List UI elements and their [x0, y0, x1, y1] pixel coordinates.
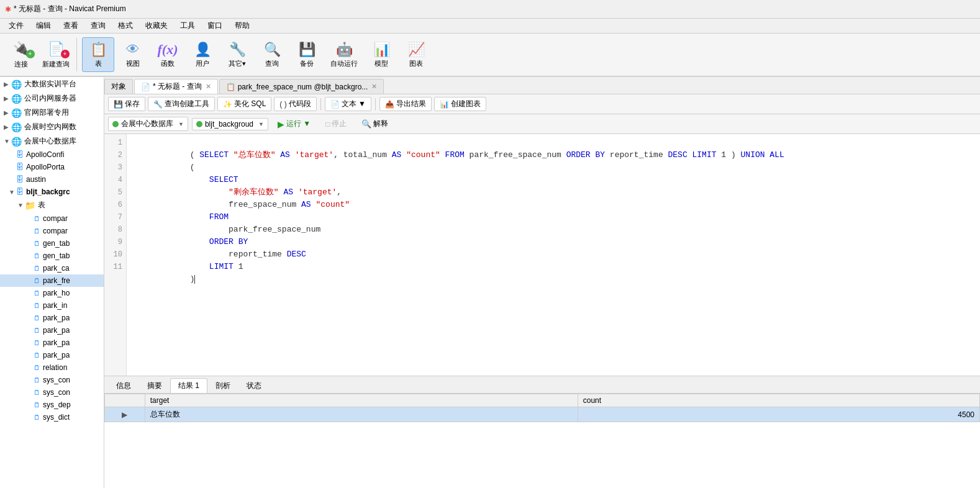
sidebar-item-table-folder[interactable]: ▼ 📁 表 [0, 198, 104, 212]
query-button[interactable]: 🔍 查询 [256, 37, 288, 72]
tab-close-button[interactable]: ✕ [206, 83, 211, 91]
sidebar-item-intranet[interactable]: ▶ 🌐 公司内网服务器 [0, 91, 104, 106]
result-tab-summary[interactable]: 摘要 [139, 378, 170, 393]
menu-item-帮助[interactable]: 帮助 [229, 19, 256, 32]
other-button[interactable]: 🔧 其它▾ [221, 37, 253, 72]
sidebar-item-apollo-portal[interactable]: 🗄 ApolloPorta [0, 161, 104, 173]
autorun-button[interactable]: 🤖 自动运行 [325, 37, 363, 72]
sidebar-item-bigdata[interactable]: ▶ 🌐 大数据实训平台 [0, 77, 104, 91]
db-status-dot [112, 121, 119, 127]
database2-select[interactable]: bljt_backgroud ▼ [192, 118, 268, 130]
view-button[interactable]: 👁 视图 [117, 37, 149, 72]
connect-button[interactable]: 🔌 + 连接 [5, 37, 37, 72]
run-button[interactable]: ▶ 运行 ▼ [272, 117, 316, 131]
sidebar-item-sys-con2[interactable]: 🗒 sys_con [0, 386, 104, 399]
create-chart-button[interactable]: 📊 创建图表 [434, 97, 486, 111]
tab-bar: 对象 📄 * 无标题 - 查询 ✕ 📋 park_free_space_num … [104, 77, 980, 94]
title-bar-text: * 无标题 - 查询 - Navicat Premium [14, 4, 126, 14]
sidebar-item-sys-con1[interactable]: 🗒 sys_con [0, 374, 104, 386]
count-column-header[interactable]: count [578, 394, 979, 407]
tab-object[interactable]: 对象 [104, 79, 133, 94]
snippet-icon: ( ) [279, 100, 286, 109]
sidebar-item-park-fre[interactable]: 🗒 park_fre [0, 274, 104, 287]
function-button[interactable]: f(x) 函数 [152, 37, 184, 72]
explain-button[interactable]: 🔍 解释 [356, 117, 394, 131]
chart-button[interactable]: 📈 图表 [400, 37, 432, 72]
target-column-header[interactable]: target [145, 394, 578, 407]
sidebar-item-gen-tab1[interactable]: 🗒 gen_tab [0, 237, 104, 250]
expand-arrow: ▼ [4, 138, 11, 145]
title-bar: ✱ * 无标题 - 查询 - Navicat Premium [0, 0, 980, 19]
sidebar-item-park-pa1[interactable]: 🗒 park_pa [0, 312, 104, 324]
result-tab-status[interactable]: 状态 [238, 378, 270, 393]
sql-line-4: "剩余车位数" AS 'target', [132, 174, 975, 186]
tab-query-untitled[interactable]: 📄 * 无标题 - 查询 ✕ [134, 79, 218, 94]
table-button[interactable]: 📋 表 [82, 37, 114, 72]
sidebar-item-austin[interactable]: 🗄 austin [0, 173, 104, 186]
sidebar-item-official[interactable]: ▶ 🌐 官网部署专用 [0, 106, 104, 120]
tab-icon: 📄 [141, 83, 150, 91]
sql-line-3: SELECT [132, 161, 975, 174]
sidebar-item-bljt[interactable]: ▼ 🗄 bljt_backgrc [0, 186, 104, 198]
backup-button[interactable]: 💾 备份 [291, 37, 323, 72]
count-cell[interactable]: 4500 [578, 407, 979, 422]
stop-icon: □ [325, 120, 330, 129]
sidebar-item-park-ho[interactable]: 🗒 park_ho [0, 287, 104, 299]
tab-object-label: 对象 [111, 81, 126, 92]
menu-item-文件[interactable]: 文件 [2, 19, 30, 32]
toolbar: 🔌 + 连接 📄 + 新建查询 📋 表 👁 视图 f(x) 函数 👤 用户 🔧 … [0, 34, 980, 77]
bottom-panel: 信息 摘要 结果 1 剖析 状态 [104, 376, 980, 488]
database1-select[interactable]: 会展中心数据库 ▼ [108, 117, 188, 131]
title-bar-icon: ✱ [5, 5, 11, 14]
result-tab-info[interactable]: 信息 [108, 378, 139, 393]
new-query-button[interactable]: 📄 + 新建查询 [40, 37, 77, 72]
expand-arrow: ▶ [4, 124, 11, 130]
db-status-dot2 [196, 121, 202, 127]
dropdown-arrow: ▼ [178, 121, 184, 127]
export-button[interactable]: 📤 导出结果 [379, 97, 432, 111]
query-builder-button[interactable]: 🔧 查询创建工具 [148, 97, 215, 111]
content-area: 对象 📄 * 无标题 - 查询 ✕ 📋 park_free_space_num … [104, 77, 980, 488]
sidebar-item-park-in[interactable]: 🗒 park_in [0, 299, 104, 312]
result-tabs: 信息 摘要 结果 1 剖析 状态 [104, 376, 980, 394]
tab-close-button[interactable]: ✕ [371, 83, 377, 91]
separator [320, 98, 321, 111]
database1-name: 会展中心数据库 [121, 119, 173, 129]
menu-item-查询[interactable]: 查询 [84, 19, 112, 32]
sidebar-item-compar2[interactable]: 🗒 compar [0, 225, 104, 237]
save-icon: 💾 [114, 100, 123, 109]
text-button[interactable]: 📄 文本 ▼ [325, 97, 371, 111]
user-button[interactable]: 👤 用户 [186, 37, 219, 72]
menu-item-窗口[interactable]: 窗口 [201, 19, 229, 32]
sidebar-item-apollo-config[interactable]: 🗄 ApolloConfi [0, 148, 104, 161]
menu-item-工具[interactable]: 工具 [174, 19, 201, 32]
sidebar-item-park-pa3[interactable]: 🗒 park_pa [0, 337, 104, 349]
table-row[interactable]: ▶ 总车位数 4500 [105, 407, 980, 422]
expand-arrow: ▼ [9, 189, 16, 196]
sidebar-item-park-pa4[interactable]: 🗒 park_pa [0, 349, 104, 361]
sidebar-item-gen-tab2[interactable]: 🗒 gen_tab [0, 250, 104, 262]
menu-item-收藏夹[interactable]: 收藏夹 [139, 19, 174, 32]
result-tab-result1[interactable]: 结果 1 [170, 378, 207, 393]
sidebar-item-exhibition-net[interactable]: ▶ 🌐 会展时空内网数 [0, 120, 104, 134]
result-tab-analysis[interactable]: 剖析 [207, 378, 238, 393]
sidebar-item-exhibition-db[interactable]: ▼ 🌐 会展中心数据库 [0, 134, 104, 148]
sidebar-item-sys-dict[interactable]: 🗒 sys_dict [0, 411, 104, 423]
sidebar-item-compar1[interactable]: 🗒 compar [0, 212, 104, 225]
sidebar-item-park-pa2[interactable]: 🗒 park_pa [0, 324, 104, 337]
target-cell[interactable]: 总车位数 [145, 407, 578, 422]
sidebar-item-relation[interactable]: 🗒 relation [0, 361, 104, 374]
sql-editor[interactable]: 1 2 3 4 5 6 7 8 9 10 11 ( SELECT "总车位数" … [104, 134, 980, 376]
tab-park-free[interactable]: 📋 park_free_space_num @bljt_backgro... ✕ [219, 79, 384, 94]
sidebar-item-park-ca[interactable]: 🗒 park_ca [0, 262, 104, 274]
beautify-sql-button[interactable]: ✨ 美化 SQL [217, 97, 271, 111]
model-button[interactable]: 📊 模型 [365, 37, 397, 72]
sql-content[interactable]: ( SELECT "总车位数" AS 'target', total_num A… [127, 134, 980, 376]
save-button[interactable]: 💾 保存 [108, 97, 145, 111]
stop-button[interactable]: □ 停止 [320, 117, 352, 131]
sidebar-item-sys-dep[interactable]: 🗒 sys_dep [0, 399, 104, 411]
snippet-button[interactable]: ( ) 代码段 [274, 97, 316, 111]
menu-item-查看[interactable]: 查看 [57, 19, 84, 32]
menu-item-编辑[interactable]: 编辑 [30, 19, 57, 32]
menu-item-格式[interactable]: 格式 [112, 19, 139, 32]
